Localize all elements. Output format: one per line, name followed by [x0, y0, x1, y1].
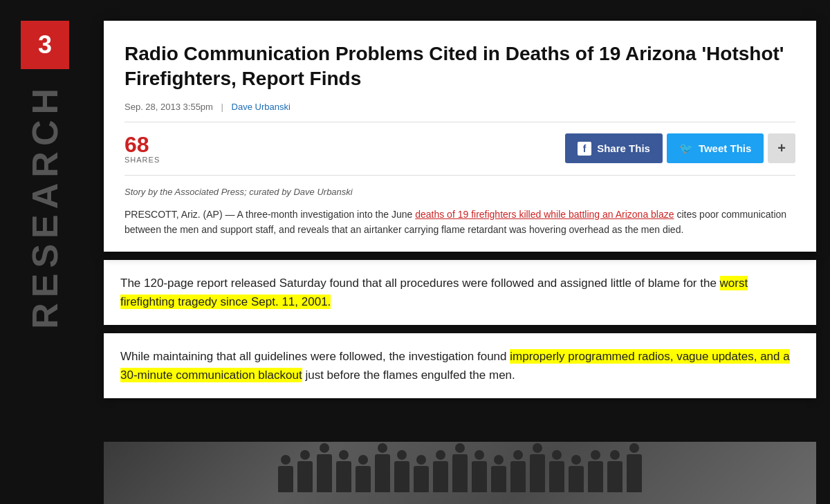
social-row: 68 SHARES f Share This 🐦 Tweet This +: [124, 133, 795, 176]
meta-separator: |: [221, 102, 223, 112]
figure-4: [336, 461, 351, 492]
twitter-icon: 🐦: [679, 142, 693, 155]
figure-13: [510, 461, 526, 492]
social-buttons: f Share This 🐦 Tweet This +: [565, 133, 795, 163]
figure-9: [433, 461, 448, 492]
article-title: Radio Communication Problems Cited in De…: [124, 41, 795, 92]
figure-11: [472, 461, 487, 492]
facebook-icon: f: [578, 142, 591, 156]
photo-strip: [104, 442, 816, 504]
research-label: RESEARCH: [24, 83, 66, 329]
facebook-share-button[interactable]: f Share This: [565, 133, 663, 163]
article-meta: Sep. 28, 2013 3:55pm | Dave Urbanski: [124, 102, 795, 122]
main-content: Radio Communication Problems Cited in De…: [90, 0, 830, 504]
twitter-btn-label: Tweet This: [699, 142, 751, 154]
figure-16: [569, 466, 584, 492]
shares-number: 68: [124, 133, 160, 156]
figure-12: [491, 466, 506, 492]
article-author[interactable]: Dave Urbanski: [232, 102, 290, 112]
body-link[interactable]: deaths of 19 firefighters killed while b…: [415, 209, 674, 220]
figure-15: [549, 461, 564, 492]
logo-number: 3: [38, 30, 52, 59]
figure-2: [297, 461, 313, 492]
more-share-button[interactable]: +: [768, 133, 795, 163]
twitter-share-button[interactable]: 🐦 Tweet This: [667, 133, 764, 163]
figure-7: [394, 461, 409, 492]
photo-figures: [278, 454, 642, 492]
excerpt2-after: just before the flames engulfed the men.: [302, 368, 515, 382]
shares-count: 68 SHARES: [124, 133, 160, 164]
body-text-start: PRESCOTT, Ariz. (AP) — A three-month inv…: [124, 209, 415, 220]
figure-1: [278, 466, 293, 492]
excerpt2-before: While maintaining that all guidelines we…: [120, 350, 510, 363]
article-byline: Story by the Associated Press; curated b…: [124, 187, 795, 197]
figure-6: [375, 454, 390, 492]
logo-box: 3: [21, 21, 69, 69]
figure-17: [588, 461, 603, 492]
figure-3: [317, 454, 332, 492]
figure-10: [452, 454, 468, 492]
figure-8: [414, 466, 429, 492]
more-btn-label: +: [777, 140, 786, 156]
photo-placeholder: [104, 442, 816, 504]
article-card: Radio Communication Problems Cited in De…: [104, 21, 816, 252]
facebook-btn-label: Share This: [597, 142, 650, 154]
excerpt-box-2: While maintaining that all guidelines we…: [104, 333, 816, 398]
shares-label: SHARES: [124, 156, 160, 164]
excerpt-box-1: The 120-page report released Saturday fo…: [104, 260, 816, 325]
figure-19: [627, 454, 642, 492]
excerpt1-before: The 120-page report released Saturday fo…: [120, 277, 720, 290]
figure-14: [530, 454, 545, 492]
figure-5: [356, 466, 371, 492]
figure-18: [607, 461, 622, 492]
article-body: PRESCOTT, Ariz. (AP) — A three-month inv…: [124, 207, 795, 238]
sidebar: 3 RESEARCH: [0, 0, 90, 504]
article-date: Sep. 28, 2013 3:55pm: [124, 102, 213, 112]
